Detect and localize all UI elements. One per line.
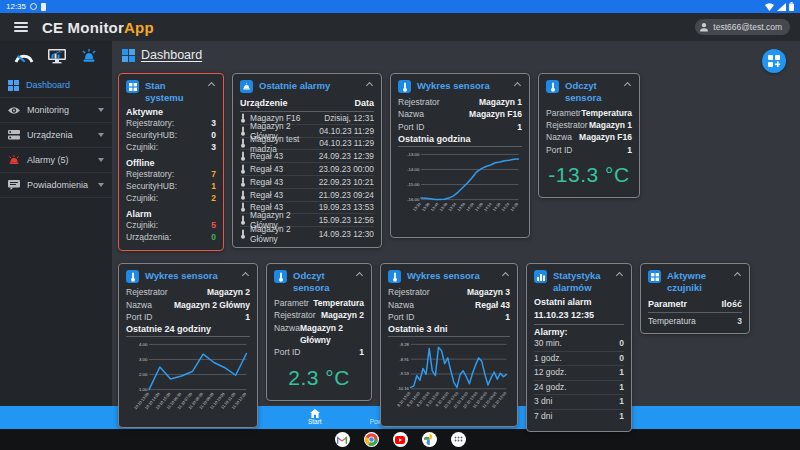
thermometer-icon [240,126,246,136]
sensor-line-chart[interactable]: -8.28-8.91-9.53-10.168.10 13:008.10 16:0… [388,340,510,418]
card-sensor-chart-1: Wykres sensora RejestratorMagazyn 1 Nazw… [390,73,530,238]
sidebar-item-label: Alarmy (5) [27,155,91,165]
chevron-down-icon [98,183,104,190]
collapse-icon[interactable] [514,82,521,89]
last-alarm-label: Ostatni alarm [534,297,624,307]
collapse-icon[interactable] [734,272,741,279]
user-email: test666@test.com [713,22,782,32]
svg-text:13:49: 13:49 [438,201,448,212]
svg-text:-16.00: -16.00 [407,197,420,202]
collapse-icon[interactable] [624,82,631,89]
sidebar-item-dashboard[interactable]: Dashboard [0,73,112,98]
system-status-icon [126,80,139,93]
svg-text:-8.28: -8.28 [399,342,409,347]
field-row: NazwaMagazyn 2 Główny [274,322,364,347]
chrome-icon[interactable] [364,432,379,447]
card-recent-alarms: Ostatnie alarmy UrządzenieData Magazyn F… [232,73,382,248]
active-sensors-icon [648,270,661,283]
sidebar-item-devices[interactable]: Urządzenia [0,123,112,148]
status-row: Rejestratory:3 [126,117,216,129]
field-row: Port ID1 [546,144,632,156]
card-title: Statystyka alarmów [553,269,611,294]
thermometer-icon [240,229,246,239]
collapse-icon[interactable] [208,82,215,89]
card-sensor-read-1: Odczyt sensora ParametrTemperatura Rejes… [538,73,640,198]
chevron-down-icon [98,133,104,140]
alarm-table-header: UrządzenieData [240,96,374,112]
group-heading: Alarm [126,209,216,219]
battery-icon [789,2,794,11]
card-title: Wykres sensora [417,79,509,92]
thermometer-icon [240,202,246,212]
add-widget-icon [768,55,780,67]
alarm-beacon-icon[interactable] [80,48,98,64]
svg-text:14:09: 14:09 [474,201,484,212]
sidebar-item-label: Monitoring [27,105,91,115]
collapse-icon[interactable] [502,272,509,279]
collapse-icon[interactable] [366,82,373,89]
thermometer-icon [240,113,246,123]
svg-text:13:34: 13:34 [412,201,423,212]
add-widget-button[interactable] [762,49,786,73]
field-row: Port ID1 [274,346,364,358]
status-clock: 12:35 [6,2,26,11]
sidebar-item-alarms[interactable]: Alarmy (5) [0,148,112,173]
svg-text:-10.16: -10.16 [397,386,410,391]
status-row: SecurityHUB:1 [126,180,216,192]
collapse-icon[interactable] [616,272,623,279]
wifi-icon [765,3,774,11]
svg-text:3.00: 3.00 [139,357,148,362]
gauge-icon[interactable] [14,49,34,63]
dashboard-page-icon [122,49,135,62]
alarm-row[interactable]: Regał 4322.09.23 10:21 [240,176,374,189]
chevron-down-icon [98,158,104,165]
sidebar: Dashboard Monitoring Urządzenia [0,41,112,406]
thermometer-icon [240,177,246,187]
app-notification-icon [41,3,46,11]
sensor-read-icon [274,270,287,283]
sensor-chart-icon [126,270,139,283]
sidebar-item-label: Urządzenia [27,130,91,140]
alarm-row[interactable]: Regał 4323.09.23 00:00 [240,163,374,176]
chart-range-label: Ostatnia godzina [398,134,522,147]
app-drawer-icon[interactable] [451,432,466,447]
sidebar-item-monitoring[interactable]: Monitoring [0,98,112,123]
field-row: RejestratorMagazyn 1 [398,96,522,108]
message-icon [8,180,20,190]
sensor-line-chart[interactable]: -13.00-14.00-15.00-16.0013:3413:3913:441… [398,150,522,230]
svg-text:14:04: 14:04 [465,201,476,212]
card-title: Wykres sensora [145,269,237,282]
svg-text:14:19: 14:19 [491,201,501,212]
sensor-line-chart[interactable]: 4.003.002.001.0010.10 13:0010.10 14:0010… [126,340,250,420]
youtube-icon[interactable] [393,432,408,447]
stat-row: 24 godz.1 [534,381,624,396]
field-row: Port ID1 [398,121,522,133]
alarm-row[interactable]: Regał 4321.09.23 09:24 [240,189,374,202]
svg-text:-13.00: -13.00 [407,152,420,157]
menu-hamburger-icon[interactable] [14,22,28,32]
alarm-row[interactable]: Magazyn 2 Główny14.09.23 12:30 [240,227,374,240]
stat-row: 3 dni1 [534,395,624,410]
sensor-type-row[interactable]: Temperatura3 [648,313,742,326]
alarm-row[interactable]: Magazyn test madzia04.10.23 11:29 [240,138,374,151]
temperature-reading: -13.3 °C [546,156,632,190]
google-photos-icon[interactable] [422,432,437,447]
stat-row: 7 dni1 [534,410,624,424]
devices-icon [8,130,20,140]
data-saver-icon [30,3,37,10]
collapse-icon[interactable] [356,272,363,279]
gmail-icon[interactable] [335,432,350,447]
card-title: Stan systemu [145,79,203,104]
sensor-chart-icon [398,80,411,93]
collapse-icon[interactable] [242,272,249,279]
status-system-icons [765,2,794,11]
user-account-chip[interactable]: test666@test.com [695,19,790,35]
sidebar-item-notifications[interactable]: Powiadomienia [0,173,112,198]
monitor-chart-icon[interactable] [47,48,67,64]
svg-text:-15.00: -15.00 [407,182,420,187]
card-title: Odczyt sensora [565,79,619,104]
alarm-row[interactable]: Regał 4324.09.23 12:39 [240,150,374,163]
group-heading: Aktywne [126,107,216,117]
field-row: NazwaRegał 43 [388,299,510,311]
last-alarm-date: 11.10.23 12:35 [534,307,624,325]
